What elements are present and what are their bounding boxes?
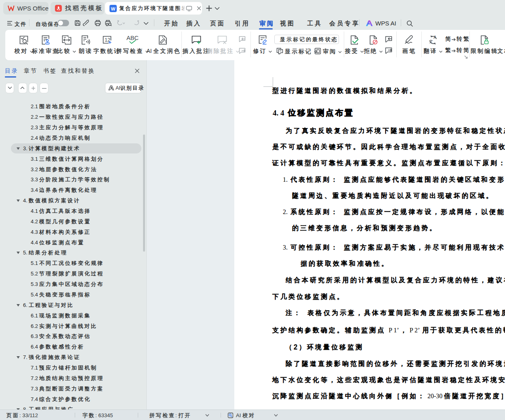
svg-text:ABC: ABC: [126, 35, 139, 41]
svg-text:W: W: [111, 6, 116, 11]
svg-text:A: A: [433, 35, 436, 40]
svg-text:12: 12: [105, 37, 110, 43]
svg-text:文: 文: [429, 39, 433, 44]
